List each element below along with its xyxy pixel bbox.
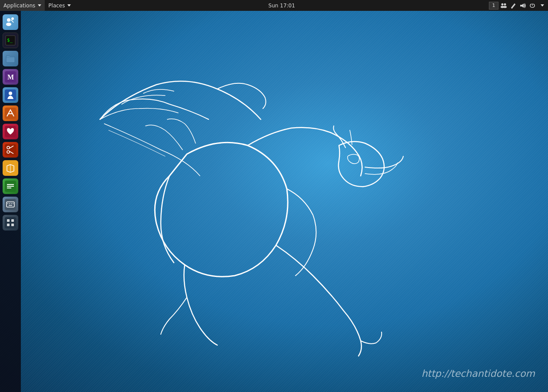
power-arrow-icon[interactable] [538,1,546,10]
dock-icon-metasploit[interactable]: M [3,69,18,85]
taskbar-right: 1 [489,1,548,10]
svg-point-3 [503,6,507,8]
taskbar: Applications Places Sun 17:01 1 [0,0,548,11]
svg-rect-18 [5,144,16,155]
svg-point-1 [504,3,506,5]
dock-icon-terminal[interactable]: $_ [3,33,18,48]
kali-dragon [35,33,426,371]
dock-icon-files[interactable] [3,51,18,66]
applications-menu[interactable]: Applications [0,0,45,11]
svg-point-0 [502,3,504,5]
dock-icon-anime[interactable] [3,87,18,103]
svg-rect-36 [5,217,16,228]
desktop: http://techantidote.com [0,11,548,392]
workspace-button[interactable]: 1 [489,2,498,10]
svg-rect-40 [11,224,14,226]
places-label: Places [48,3,65,9]
applications-label: Applications [3,3,35,9]
left-dock: $_ M [0,11,21,392]
applications-arrow-icon [38,4,41,7]
svg-marker-5 [520,3,524,8]
dock-icon-tux[interactable] [3,14,18,30]
taskbar-center: Sun 17:01 [74,3,489,9]
power-dropdown-icon [541,4,544,7]
clock-display: Sun 17:01 [269,3,295,9]
dock-icon-vector[interactable] [3,142,18,158]
watermark-text: http://techantidote.com [422,368,535,379]
svg-rect-39 [7,224,10,226]
svg-rect-37 [7,219,10,222]
dock-icon-burpsuite[interactable] [3,105,18,121]
dock-icon-grid[interactable] [3,215,18,231]
dock-icon-freeplane[interactable] [3,160,18,176]
svg-text:$_: $_ [7,37,13,43]
svg-point-7 [7,18,10,22]
pen-tray-icon[interactable] [509,1,518,10]
dock-icon-green[interactable] [3,178,18,194]
svg-rect-38 [11,219,14,222]
svg-point-9 [6,23,11,26]
places-arrow-icon [67,4,71,7]
power-tray-icon[interactable] [528,1,537,10]
svg-point-15 [9,92,12,95]
dock-icon-keyboard[interactable] [3,197,18,212]
dock-icon-love[interactable] [3,124,18,139]
taskbar-left: Applications Places [0,0,74,11]
svg-text:M: M [7,73,14,81]
volume-tray-icon[interactable] [518,1,527,10]
svg-point-8 [11,17,14,20]
people-tray-icon[interactable] [499,1,508,10]
places-menu[interactable]: Places [45,0,74,11]
